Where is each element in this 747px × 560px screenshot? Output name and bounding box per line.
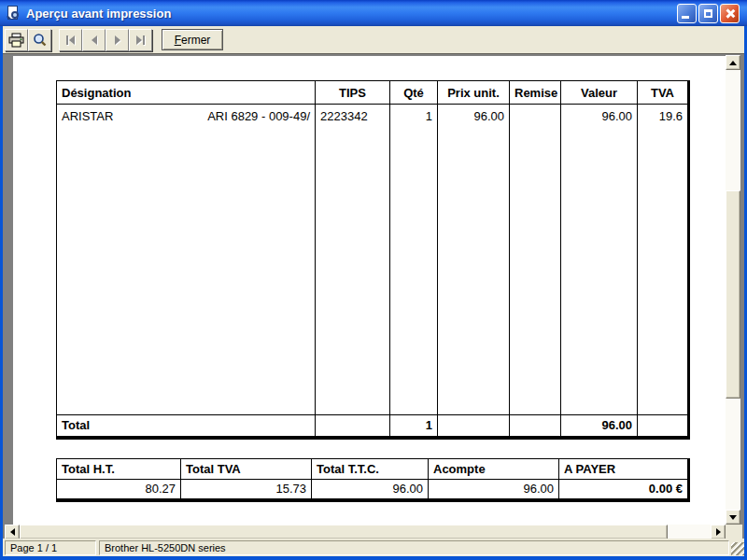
col-designation: Désignation xyxy=(57,81,316,105)
maximize-button[interactable] xyxy=(698,4,718,23)
previous-page-icon xyxy=(92,35,97,45)
last-page-button[interactable] xyxy=(129,29,152,51)
status-bar: Page 1 / 1 Brother HL-5250DN series xyxy=(3,539,744,556)
col-tips: TIPS xyxy=(316,81,390,105)
col-remise: Remise xyxy=(510,81,561,105)
toolbar: Fermer xyxy=(3,26,744,53)
first-page-icon xyxy=(66,35,75,45)
summary-header: Total H.T. Total TVA Total T.T.C. Acompt… xyxy=(57,459,689,480)
value-total-tva: 15.73 xyxy=(181,480,312,500)
minimize-button[interactable] xyxy=(677,4,697,23)
close-icon xyxy=(725,8,735,19)
col-total-tva: Total TVA xyxy=(181,459,312,480)
resize-grip-icon[interactable] xyxy=(731,542,744,555)
item-tips: 2223342 xyxy=(316,105,390,129)
previous-page-button[interactable] xyxy=(82,29,106,51)
summary-values: 80.27 15.73 96.00 96.00 0.00 € xyxy=(57,480,689,500)
preview-area: Désignation TIPS Qté Prix unit. Remise V… xyxy=(3,53,744,539)
vertical-scrollbar[interactable] xyxy=(726,55,740,525)
scroll-right-button[interactable] xyxy=(711,525,726,539)
item-designation: ARISTAR xyxy=(62,109,113,123)
value-a-payer: 0.00 € xyxy=(559,480,689,500)
total-label: Total xyxy=(57,415,316,438)
item-unit-price: 96.00 xyxy=(438,105,510,129)
total-qty: 1 xyxy=(390,415,438,438)
invoice-row: ARISTAR ARI 6829 - 009-49/ 2223342 1 96.… xyxy=(57,105,689,129)
invoice-table: Désignation TIPS Qté Prix unit. Remise V… xyxy=(56,80,690,440)
invoice-table-empty-space xyxy=(57,129,689,415)
maximize-icon xyxy=(704,9,712,18)
document-page: Désignation TIPS Qté Prix unit. Remise V… xyxy=(13,56,726,525)
vertical-scrollbar-thumb[interactable] xyxy=(726,190,740,399)
value-total-ht: 80.27 xyxy=(57,480,181,500)
zoom-button[interactable] xyxy=(28,29,51,51)
arrow-down-icon xyxy=(729,515,737,520)
status-page-indicator: Page 1 / 1 xyxy=(5,540,96,555)
next-page-icon xyxy=(115,35,120,45)
printer-icon xyxy=(8,33,24,48)
col-a-payer: A PAYER xyxy=(559,459,689,480)
first-page-button[interactable] xyxy=(59,29,82,51)
print-preview-icon xyxy=(6,6,21,21)
arrow-left-icon xyxy=(10,528,15,536)
window-title: Aperçu avant impression xyxy=(26,7,677,21)
arrow-right-icon xyxy=(716,528,721,536)
close-preview-button[interactable]: Fermer xyxy=(162,29,223,50)
value-acompte: 96.00 xyxy=(429,480,559,500)
minimize-icon xyxy=(682,16,689,19)
title-bar: Aperçu avant impression xyxy=(0,0,747,26)
total-valeur: 96.00 xyxy=(561,415,638,438)
item-reference: ARI 6829 - 009-49/ xyxy=(207,109,310,123)
scroll-up-button[interactable] xyxy=(726,55,740,70)
scroll-left-button[interactable] xyxy=(5,525,20,539)
status-printer-name: Brother HL-5250DN series xyxy=(99,540,729,555)
col-valeur: Valeur xyxy=(561,81,638,105)
item-qty: 1 xyxy=(390,105,438,129)
item-remise xyxy=(510,105,561,129)
arrow-up-icon xyxy=(729,61,737,65)
scrollbar-corner xyxy=(726,525,742,539)
col-tva: TVA xyxy=(638,81,689,105)
scroll-down-button[interactable] xyxy=(726,510,740,525)
horizontal-scrollbar[interactable] xyxy=(5,525,726,539)
close-preview-label: Fermer xyxy=(162,34,222,47)
invoice-table-header: Désignation TIPS Qté Prix unit. Remise V… xyxy=(57,81,689,105)
close-button[interactable] xyxy=(720,4,740,23)
summary-table: Total H.T. Total TVA Total T.T.C. Acompt… xyxy=(56,458,690,502)
col-total-ttc: Total T.T.C. xyxy=(312,459,429,480)
page-navigation xyxy=(59,29,152,51)
col-qty: Qté xyxy=(390,81,438,105)
print-button[interactable] xyxy=(5,29,28,51)
item-tva: 19.6 xyxy=(638,105,689,129)
item-valeur: 96.00 xyxy=(561,105,638,129)
horizontal-scrollbar-thumb[interactable] xyxy=(20,525,668,539)
magnifier-icon xyxy=(32,33,48,48)
print-preview-window: Aperçu avant impression xyxy=(0,0,747,560)
col-unit-price: Prix unit. xyxy=(438,81,510,105)
invoice-total-row: Total 1 96.00 xyxy=(57,415,689,438)
last-page-icon xyxy=(136,35,145,45)
col-acompte: Acompte xyxy=(429,459,559,480)
next-page-button[interactable] xyxy=(106,29,129,51)
value-total-ttc: 96.00 xyxy=(312,480,429,500)
col-total-ht: Total H.T. xyxy=(57,459,181,480)
